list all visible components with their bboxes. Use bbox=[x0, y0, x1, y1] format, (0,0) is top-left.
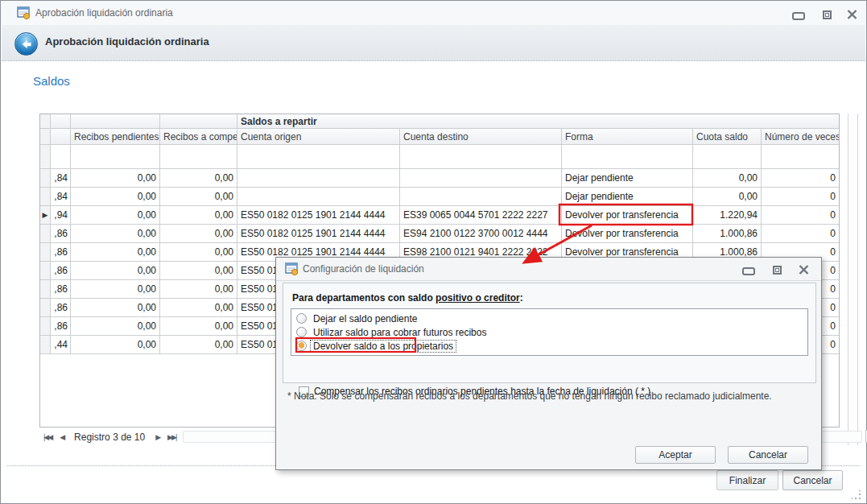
row-indicator-cell[interactable] bbox=[40, 169, 51, 187]
table-row[interactable]: ,860,000,00ES50 0182 0125 1901 2144 4444… bbox=[40, 225, 839, 243]
row-indicator-cell[interactable]: ▶ bbox=[40, 206, 51, 224]
cell-cuenta-origen[interactable]: ES50 0182 0125 1901 2144 4444 bbox=[237, 225, 400, 242]
cell-recibos-a-compensar[interactable]: 0,00 bbox=[160, 243, 237, 261]
radio-option[interactable]: Utilizar saldo para cobrar futuros recib… bbox=[296, 325, 807, 339]
cell-cuenta-origen[interactable] bbox=[237, 188, 400, 205]
resize-grip[interactable] bbox=[852, 490, 861, 500]
cell-saldo[interactable]: ,86 bbox=[51, 262, 71, 279]
cell-forma[interactable] bbox=[562, 145, 693, 168]
nav-prev-button[interactable]: ◀ bbox=[60, 433, 64, 441]
dialog-restore-button[interactable] bbox=[768, 263, 786, 276]
cell-saldo[interactable]: ,86 bbox=[51, 243, 71, 261]
restore-button[interactable] bbox=[818, 8, 836, 21]
table-row[interactable]: ,840,000,00Dejar pendiente0,000 bbox=[40, 169, 839, 188]
cell-numero-veces[interactable]: 0 bbox=[762, 188, 839, 205]
dialog-minimize-button[interactable] bbox=[740, 263, 758, 276]
cell-recibos-a-compensar[interactable]: 0,00 bbox=[160, 188, 237, 205]
cell-saldo[interactable] bbox=[51, 145, 71, 168]
cell-saldo[interactable]: ,86 bbox=[51, 225, 71, 242]
column-header-numero-de-veces[interactable]: Número de veces bbox=[762, 129, 839, 144]
nav-last-button[interactable]: ▶▶| bbox=[167, 433, 175, 441]
cell-saldo[interactable]: ,84 bbox=[51, 169, 71, 187]
cell-saldo[interactable]: ,86 bbox=[51, 317, 71, 335]
column-header-cuenta-origen[interactable]: Cuenta origen bbox=[237, 129, 400, 144]
cell-recibos-pendientes[interactable]: 0,00 bbox=[71, 206, 160, 224]
dialog-close-button[interactable] bbox=[795, 263, 812, 276]
radio-button-icon[interactable] bbox=[296, 313, 307, 324]
column-header-cuenta-destino[interactable]: Cuenta destino bbox=[400, 129, 562, 144]
cell-recibos-pendientes[interactable]: 0,00 bbox=[71, 317, 160, 335]
vertical-scrollbar-track[interactable] bbox=[848, 114, 858, 445]
cell-recibos-pendientes[interactable]: 0,00 bbox=[71, 188, 160, 205]
cell-cuenta-origen[interactable] bbox=[237, 145, 400, 168]
cell-cuenta-destino[interactable]: ES39 0065 0044 5701 2222 2227 bbox=[400, 206, 562, 224]
row-indicator-cell[interactable] bbox=[40, 145, 51, 168]
cell-numero-veces[interactable]: 0 bbox=[762, 206, 839, 224]
cell-forma[interactable]: Devolver por transferencia bbox=[562, 206, 693, 224]
cell-cuota-saldo[interactable] bbox=[693, 145, 762, 168]
cell-cuota-saldo[interactable]: 1.220,94 bbox=[693, 206, 762, 224]
minimize-button[interactable] bbox=[790, 8, 807, 21]
row-indicator-cell[interactable] bbox=[40, 225, 51, 242]
cell-cuenta-origen[interactable]: ES50 0182 0125 1901 2144 4444 bbox=[237, 206, 400, 224]
row-indicator-cell[interactable] bbox=[40, 280, 51, 298]
cell-saldo[interactable]: ,84 bbox=[51, 188, 71, 205]
table-row[interactable]: ▶,940,000,00ES50 0182 0125 1901 2144 444… bbox=[40, 206, 839, 225]
cell-forma[interactable]: Devolver por transferencia bbox=[562, 225, 693, 242]
cell-recibos-a-compensar[interactable]: 0,00 bbox=[160, 280, 237, 298]
row-indicator-cell[interactable] bbox=[40, 336, 51, 353]
column-header-recibos-a-compensar[interactable]: Recibos a compe… bbox=[160, 129, 237, 144]
radio-option[interactable]: Dejar el saldo pendiente bbox=[296, 312, 807, 325]
column-header-recibos-pendientes[interactable]: Recibos pendientes bbox=[71, 129, 160, 144]
cell-cuota-saldo[interactable]: 0,00 bbox=[693, 188, 762, 205]
cell-forma[interactable]: Dejar pendiente bbox=[562, 169, 693, 187]
table-row[interactable]: ,840,000,00Dejar pendiente0,000 bbox=[40, 188, 839, 206]
aceptar-button[interactable]: Aceptar bbox=[635, 446, 716, 464]
radio-button-icon[interactable] bbox=[296, 327, 307, 337]
cell-recibos-pendientes[interactable]: 0,00 bbox=[71, 262, 160, 279]
main-cancelar-button[interactable]: Cancelar bbox=[782, 470, 843, 490]
finalizar-button[interactable]: Finalizar bbox=[716, 470, 778, 490]
cell-recibos-a-compensar[interactable]: 0,00 bbox=[160, 225, 237, 242]
cell-recibos-pendientes[interactable]: 0,00 bbox=[71, 225, 160, 242]
radio-option[interactable]: Devolver saldo a los propietarios bbox=[296, 339, 807, 353]
close-button[interactable] bbox=[843, 8, 861, 21]
cell-recibos-pendientes[interactable]: 0,00 bbox=[71, 299, 160, 316]
cell-cuenta-destino[interactable] bbox=[400, 145, 562, 168]
band-header-saldos-a-repartir[interactable]: Saldos a repartir bbox=[237, 114, 839, 128]
cell-recibos-a-compensar[interactable]: 0,00 bbox=[160, 317, 237, 335]
cell-saldo[interactable]: ,86 bbox=[51, 299, 71, 316]
cell-saldo[interactable]: ,94 bbox=[51, 206, 71, 224]
cell-recibos-pendientes[interactable]: 0,00 bbox=[71, 280, 160, 298]
cell-recibos-a-compensar[interactable]: 0,00 bbox=[160, 299, 237, 316]
cell-saldo[interactable]: ,86 bbox=[51, 280, 71, 298]
back-button[interactable] bbox=[14, 32, 38, 56]
cell-recibos-pendientes[interactable]: 0,00 bbox=[71, 169, 160, 187]
cell-forma[interactable]: Dejar pendiente bbox=[562, 188, 693, 205]
row-indicator-cell[interactable] bbox=[40, 188, 51, 205]
cell-cuenta-destino[interactable]: ES94 2100 0122 3700 0012 4444 bbox=[400, 225, 562, 242]
cell-recibos-a-compensar[interactable]: 0,00 bbox=[160, 336, 237, 353]
table-row[interactable] bbox=[40, 145, 839, 169]
nav-first-button[interactable]: |◀◀ bbox=[43, 433, 52, 441]
row-indicator-cell[interactable] bbox=[40, 317, 51, 335]
cell-recibos-pendientes[interactable]: 0,00 bbox=[71, 243, 160, 261]
cell-recibos-pendientes[interactable]: 0,00 bbox=[71, 336, 160, 353]
nav-next-button[interactable]: ▶ bbox=[155, 433, 159, 441]
radio-button-icon[interactable] bbox=[296, 341, 307, 351]
dialog-cancelar-button[interactable]: Cancelar bbox=[728, 446, 808, 464]
cell-cuota-saldo[interactable]: 0,00 bbox=[693, 169, 762, 187]
cell-saldo[interactable]: ,44 bbox=[51, 336, 71, 353]
row-indicator-cell[interactable] bbox=[40, 243, 51, 261]
column-header-saldo[interactable] bbox=[51, 129, 71, 144]
cell-numero-veces[interactable]: 0 bbox=[762, 225, 839, 242]
cell-cuota-saldo[interactable]: 1.000,86 bbox=[693, 225, 762, 242]
row-indicator-cell[interactable] bbox=[40, 262, 51, 279]
cell-numero-veces[interactable] bbox=[762, 145, 839, 168]
cell-numero-veces[interactable]: 0 bbox=[762, 169, 839, 187]
cell-recibos-a-compensar[interactable]: 0,00 bbox=[160, 262, 237, 279]
column-header-forma[interactable]: Forma bbox=[562, 129, 693, 144]
cell-recibos-a-compensar[interactable] bbox=[160, 145, 237, 168]
cell-cuenta-destino[interactable] bbox=[400, 188, 562, 205]
column-header-cuota-saldo[interactable]: Cuota saldo bbox=[693, 129, 762, 144]
